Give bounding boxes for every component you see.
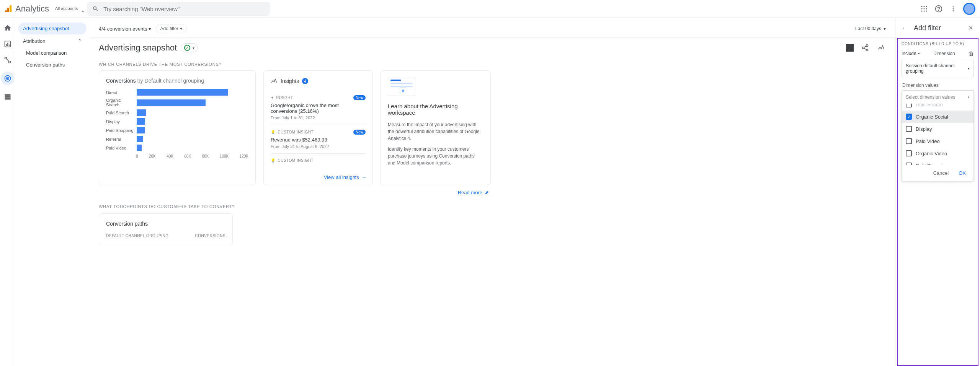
svg-point-29: [866, 45, 868, 47]
more-vert-icon[interactable]: [949, 4, 958, 13]
insight-item[interactable]: ✦INSIGHTNewGoogle/organic drove the most…: [271, 91, 366, 125]
bar-row: Referral: [106, 136, 248, 142]
insight-type-label: CUSTOM INSIGHT: [278, 158, 314, 163]
section-label-touchpoints: WHAT TOUCHPOINTS DO CUSTOMERS TAKE TO CO…: [99, 204, 886, 209]
toolbar: 4/4 conversion events ▾ Add filter + Las…: [99, 22, 886, 37]
product-name: Analytics: [15, 4, 49, 14]
sidebar: Advertising snapshot Attribution ⌃ Model…: [15, 18, 90, 366]
delete-icon[interactable]: 🗑: [969, 50, 974, 57]
x-axis: 020K40K60K80K100K120K: [136, 154, 248, 158]
svg-point-5: [926, 6, 927, 7]
dropdown-placeholder[interactable]: Select dimension values ▾: [902, 91, 973, 104]
svg-point-30: [862, 47, 864, 49]
learn-p1: Measure the impact of your advertising w…: [388, 121, 483, 142]
nav-rail: [0, 18, 15, 366]
insight-item[interactable]: 💡CUSTOM INSIGHTNewRevenue was $52,469.93…: [271, 125, 366, 153]
rail-explore-icon[interactable]: [3, 55, 12, 65]
rail-home-icon[interactable]: [3, 23, 12, 33]
checkbox-icon: [906, 104, 912, 107]
bar-label: Paid Video: [106, 146, 134, 150]
date-range-picker[interactable]: Last 90 days ▾: [855, 26, 886, 31]
search-input[interactable]: [103, 6, 265, 12]
rail-reports-icon[interactable]: [3, 39, 12, 49]
svg-point-25: [7, 78, 8, 79]
read-more-link[interactable]: Read more ⬈: [458, 190, 489, 195]
tag-icon: ◈: [399, 87, 407, 93]
learn-title: Learn about the Advertising workspace: [388, 103, 483, 116]
dropdown-option[interactable]: Paid Video: [902, 135, 973, 147]
sidebar-item-snapshot[interactable]: Advertising snapshot: [18, 23, 87, 34]
chevron-down-icon: ▾: [149, 26, 151, 32]
svg-point-16: [953, 10, 954, 11]
new-badge: New: [353, 130, 366, 135]
dimension-label: Dimension: [933, 51, 955, 56]
search-bar[interactable]: [87, 2, 270, 16]
bar-row: Display: [106, 118, 248, 125]
svg-point-6: [921, 8, 923, 10]
dropdown-option[interactable]: Organic Video: [902, 147, 973, 159]
main-content: 4/4 conversion events ▾ Add filter + Las…: [90, 18, 895, 366]
panel-title: Add filter: [914, 24, 962, 32]
svg-rect-18: [6, 44, 7, 46]
dropdown-option[interactable]: Display: [902, 123, 973, 135]
svg-rect-0: [10, 5, 12, 12]
section-label-channels: WHICH CHANNELS DRIVE THE MOST CONVERSION…: [99, 62, 886, 67]
sidebar-group-attribution[interactable]: Attribution ⌃: [18, 35, 87, 47]
share-icon[interactable]: [861, 43, 870, 52]
x-tick: 20K: [149, 154, 156, 158]
back-arrow-icon[interactable]: ←: [900, 23, 909, 33]
insights-sparkle-icon[interactable]: [877, 43, 886, 52]
svg-rect-20: [9, 45, 10, 46]
page-title: Advertising snapshot: [99, 43, 177, 53]
help-icon[interactable]: [934, 4, 943, 13]
sidebar-item-model-comparison[interactable]: Model comparison: [18, 47, 87, 59]
bar-label: Referral: [106, 137, 134, 142]
x-tick: 60K: [184, 154, 191, 158]
apps-icon[interactable]: [920, 4, 929, 13]
sidebar-item-conversion-paths[interactable]: Conversion paths: [18, 59, 87, 71]
svg-point-8: [926, 8, 927, 10]
x-tick: 40K: [167, 154, 173, 158]
app-header: Analytics All accounts: [0, 0, 980, 18]
rail-advertising-icon[interactable]: [1, 72, 15, 85]
rail-configure-icon[interactable]: [3, 92, 12, 101]
dropdown-option[interactable]: Organic Social: [902, 111, 973, 123]
compare-icon[interactable]: [846, 44, 854, 52]
view-all-insights-link[interactable]: View all insights →: [324, 174, 366, 180]
arrow-right-icon: →: [361, 174, 366, 180]
title-actions: [846, 43, 886, 52]
check-circle-icon: [184, 45, 190, 51]
logo[interactable]: Analytics: [5, 4, 49, 14]
cancel-button[interactable]: Cancel: [929, 168, 952, 178]
x-tick: 80K: [202, 154, 209, 158]
insight-type-icon: 💡: [271, 158, 276, 163]
plus-icon: +: [180, 26, 183, 31]
chevron-down-icon: ▾: [918, 52, 920, 55]
checkbox-icon: [906, 114, 912, 120]
bar-row: Paid Video: [106, 145, 248, 151]
include-dropdown[interactable]: Include ▾: [902, 51, 920, 56]
conditions-box: CONDITIONS (BUILD UP TO 5) Include ▾ Dim…: [897, 38, 978, 366]
svg-rect-1: [7, 8, 9, 12]
new-badge: New: [353, 95, 366, 100]
insight-item[interactable]: 💡CUSTOM INSIGHT: [271, 153, 366, 169]
x-tick: 0: [136, 154, 138, 158]
close-icon[interactable]: ✕: [966, 23, 975, 33]
dimension-select[interactable]: Session default channel grouping ▾: [902, 60, 974, 77]
avatar[interactable]: [963, 3, 975, 15]
conditions-label: CONDITIONS (BUILD UP TO 5): [902, 42, 974, 46]
conversion-events-chip[interactable]: 4/4 conversion events ▾: [99, 26, 151, 32]
dropdown-option[interactable]: Paid Shopping: [902, 159, 973, 165]
ok-button[interactable]: OK: [955, 168, 970, 178]
paths-title: Conversion paths: [106, 221, 225, 227]
search-icon: [92, 5, 99, 12]
insight-type-label: CUSTOM INSIGHT: [278, 130, 314, 134]
status-pill[interactable]: ▾: [181, 43, 198, 52]
account-picker[interactable]: All accounts: [55, 6, 78, 11]
add-filter-button[interactable]: Add filter +: [156, 24, 186, 33]
learn-illustration: ◈: [388, 78, 415, 96]
bar-row: Paid Shopping: [106, 127, 248, 133]
chevron-down-icon: ▾: [884, 26, 886, 31]
svg-rect-19: [7, 43, 8, 46]
dropdown-option[interactable]: Paid Search: [902, 104, 973, 111]
